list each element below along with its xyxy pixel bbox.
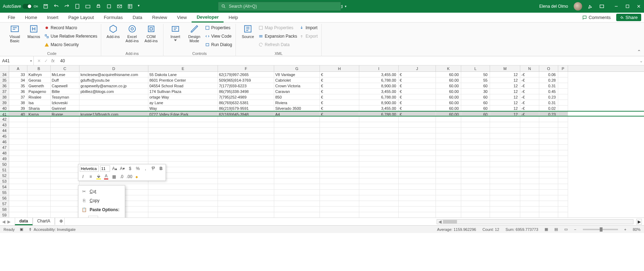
com-addins-button[interactable]: COM Add-ins xyxy=(143,24,160,43)
cell[interactable] xyxy=(274,212,320,218)
tab-review[interactable]: Review xyxy=(147,13,172,22)
cell[interactable] xyxy=(436,133,461,139)
cell[interactable]: 0.31 xyxy=(539,83,558,89)
cell[interactable] xyxy=(27,201,51,207)
cell[interactable] xyxy=(359,156,399,162)
cell[interactable]: 60 xyxy=(461,100,490,106)
cell[interactable] xyxy=(436,139,461,145)
cell[interactable]: Sharia xyxy=(27,106,51,111)
cell[interactable]: -€ xyxy=(520,94,539,100)
cell[interactable]: 60.00 xyxy=(436,89,461,94)
cell[interactable] xyxy=(399,139,436,145)
cell[interactable] xyxy=(148,184,218,190)
cell[interactable] xyxy=(27,195,51,201)
cell[interactable] xyxy=(218,139,274,145)
cell[interactable]: € xyxy=(399,89,436,94)
cell[interactable] xyxy=(461,122,490,128)
cell[interactable] xyxy=(79,128,148,133)
cell[interactable] xyxy=(436,156,461,162)
cell[interactable] xyxy=(51,145,79,150)
cell[interactable] xyxy=(558,83,568,89)
cell[interactable] xyxy=(461,190,490,195)
menu-cut[interactable]: ✂Cut xyxy=(78,187,125,196)
col-header-M[interactable]: M xyxy=(490,65,520,71)
col-header-D[interactable]: D xyxy=(79,65,148,71)
col-header-A[interactable]: A xyxy=(9,65,27,71)
row-header-58[interactable]: 58 xyxy=(0,207,9,212)
cell[interactable] xyxy=(218,184,274,190)
cell[interactable] xyxy=(558,150,568,156)
cell[interactable] xyxy=(320,178,359,184)
zoom-out-icon[interactable]: − xyxy=(574,227,576,232)
cell[interactable] xyxy=(490,128,520,133)
cell[interactable] xyxy=(274,156,320,162)
cell[interactable] xyxy=(274,178,320,184)
cell[interactable] xyxy=(9,178,27,184)
cell[interactable] xyxy=(320,167,359,173)
cell[interactable]: 60 xyxy=(461,106,490,111)
cell[interactable] xyxy=(539,207,558,212)
cell[interactable]: 60 xyxy=(461,94,490,100)
cell[interactable] xyxy=(539,201,558,207)
cell[interactable] xyxy=(274,116,320,122)
cell[interactable] xyxy=(9,195,27,201)
col-header-O[interactable]: O xyxy=(539,65,558,71)
cell[interactable] xyxy=(558,122,568,128)
cell[interactable] xyxy=(359,167,399,173)
cell[interactable] xyxy=(490,184,520,190)
cell[interactable] xyxy=(539,122,558,128)
row-header-55[interactable]: 55 xyxy=(0,190,9,195)
redo-icon[interactable] xyxy=(64,4,70,9)
cell[interactable] xyxy=(27,178,51,184)
cell[interactable]: 38 xyxy=(9,100,27,106)
cell[interactable]: Georas xyxy=(27,77,51,83)
cell[interactable] xyxy=(520,184,539,190)
scroll-right-icon[interactable]: ▶ xyxy=(636,219,642,225)
cell[interactable] xyxy=(558,190,568,195)
addins-button[interactable]: Add-ins xyxy=(105,24,122,39)
share-button[interactable]: Share xyxy=(616,14,641,21)
enter-fx-icon[interactable]: ✓ xyxy=(44,58,48,63)
cell[interactable]: 6,788.00 xyxy=(359,112,399,116)
cell[interactable]: € xyxy=(399,77,436,83)
cell[interactable]: 0.23 xyxy=(539,94,558,100)
cell[interactable] xyxy=(148,190,218,195)
tab-view[interactable]: View xyxy=(172,13,192,22)
cell[interactable] xyxy=(274,195,320,201)
quickprint-icon[interactable] xyxy=(106,4,112,9)
cell[interactable]: € xyxy=(399,83,436,89)
cell[interactable] xyxy=(461,195,490,201)
cell[interactable]: Izkoveski xyxy=(51,100,79,106)
cell[interactable] xyxy=(51,212,79,218)
cell[interactable] xyxy=(539,128,558,133)
qat-dropdown-icon[interactable]: ▾ xyxy=(138,4,140,9)
cell[interactable]: -€ xyxy=(520,100,539,106)
cell[interactable] xyxy=(558,116,568,122)
cell[interactable] xyxy=(399,201,436,207)
cell[interactable] xyxy=(320,184,359,190)
save-icon[interactable] xyxy=(43,4,49,9)
cell[interactable] xyxy=(51,190,79,195)
cell[interactable] xyxy=(218,145,274,150)
view-page-break-icon[interactable]: ▭ xyxy=(564,227,568,232)
cell[interactable] xyxy=(461,207,490,212)
cell[interactable]: 35 xyxy=(9,83,27,89)
cell[interactable]: 30 xyxy=(461,89,490,94)
col-header-E[interactable]: E xyxy=(148,65,218,71)
decrease-font-icon[interactable]: A▾ xyxy=(119,165,125,172)
drawing-icon[interactable] xyxy=(588,4,593,9)
refresh-data-button[interactable]: Refresh Data xyxy=(258,41,297,49)
cell[interactable] xyxy=(490,145,520,150)
cell[interactable] xyxy=(490,207,520,212)
cell[interactable] xyxy=(490,201,520,207)
percent-icon[interactable]: % xyxy=(135,165,141,172)
cell[interactable]: 8601 Prentice Center xyxy=(148,77,218,83)
row-header-46[interactable]: 46 xyxy=(0,139,9,145)
cell[interactable]: 12 xyxy=(490,94,520,100)
cell[interactable] xyxy=(27,212,51,218)
col-header-L[interactable]: L xyxy=(461,65,490,71)
cell[interactable]: 86(795)338-3498 xyxy=(218,89,274,94)
paste-option-default[interactable]: 📋 xyxy=(88,216,98,218)
cell[interactable] xyxy=(218,128,274,133)
cell[interactable] xyxy=(539,190,558,195)
